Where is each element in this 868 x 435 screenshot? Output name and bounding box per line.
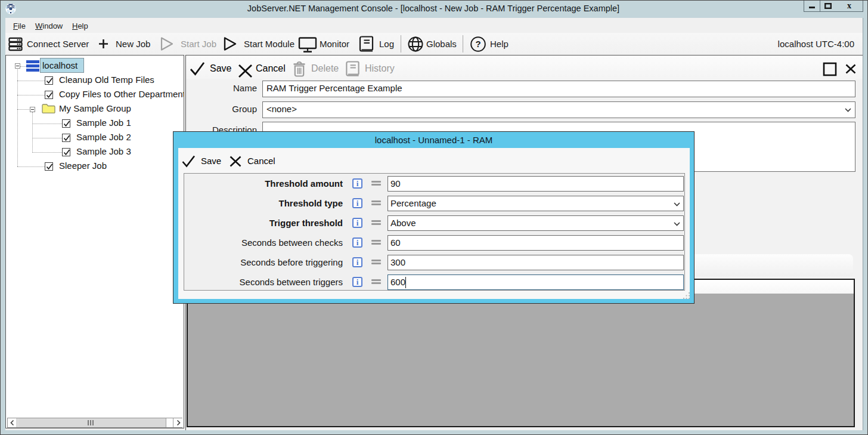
svg-text:?: ? [475, 39, 480, 49]
